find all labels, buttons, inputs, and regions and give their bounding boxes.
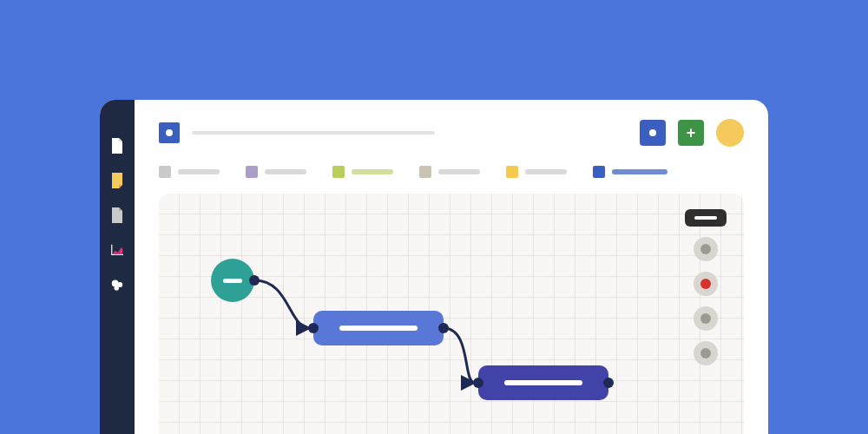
avatar[interactable] — [716, 119, 744, 147]
node-port[interactable] — [603, 378, 614, 388]
title-chip[interactable] — [159, 122, 180, 143]
toolbox-header[interactable] — [685, 209, 727, 227]
tag-item[interactable] — [159, 166, 220, 178]
tag-row — [159, 166, 744, 178]
action-button[interactable] — [640, 120, 666, 146]
tool-option[interactable] — [694, 237, 718, 261]
node-port[interactable] — [249, 275, 260, 286]
tag-item[interactable] — [419, 166, 480, 178]
svg-point-2 — [115, 286, 119, 290]
node-port[interactable] — [308, 323, 319, 333]
file-icon[interactable] — [111, 207, 123, 223]
tag-item[interactable] — [332, 166, 393, 178]
tag-item[interactable] — [593, 166, 667, 178]
tool-option[interactable] — [694, 306, 718, 331]
title-placeholder-line — [192, 131, 435, 135]
tool-option[interactable] — [694, 341, 718, 365]
cluster-icon[interactable] — [111, 277, 123, 293]
document-icon[interactable] — [111, 138, 123, 154]
node-port[interactable] — [438, 323, 449, 333]
add-button[interactable]: + — [678, 120, 704, 146]
chart-icon[interactable] — [111, 242, 123, 258]
node-port[interactable] — [473, 378, 483, 388]
flow-canvas[interactable] — [159, 194, 744, 434]
topbar: + — [159, 117, 744, 148]
app-window: + — [100, 100, 768, 434]
flow-node[interactable] — [313, 311, 444, 345]
flow-edges — [159, 194, 744, 434]
tag-item[interactable] — [246, 166, 306, 178]
flow-node[interactable] — [478, 365, 608, 400]
tool-option[interactable] — [694, 272, 718, 296]
main-area: + — [135, 100, 768, 434]
tag-item[interactable] — [506, 166, 567, 178]
note-icon[interactable] — [111, 173, 123, 188]
sidebar — [100, 100, 135, 434]
flow-node-start[interactable] — [211, 259, 254, 302]
toolbox — [685, 209, 727, 365]
